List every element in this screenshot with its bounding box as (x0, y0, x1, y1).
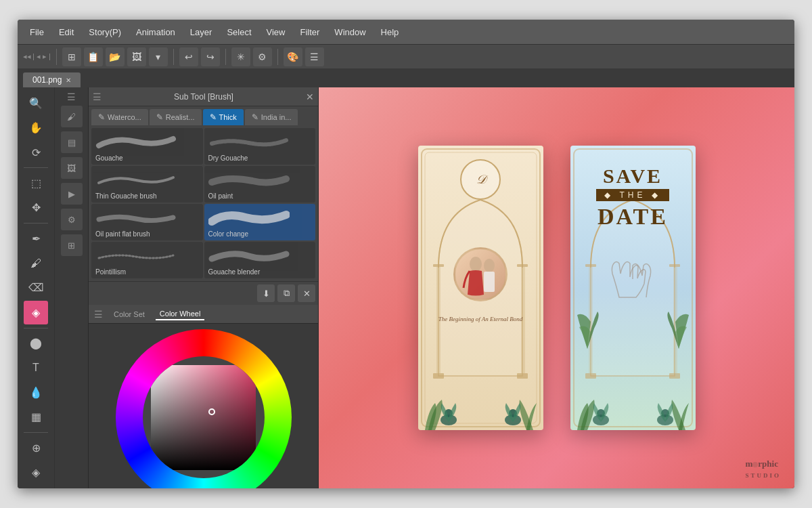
tool-move[interactable]: ✥ (24, 196, 48, 219)
brush-tab-watercolor[interactable]: ✎ Waterco... (91, 109, 148, 125)
menu-filter[interactable]: Filter (293, 24, 326, 40)
toolbar-undo-btn[interactable]: ↩ (179, 47, 198, 66)
the-label: THE (619, 190, 646, 200)
watercolor-icon: ✎ (98, 112, 105, 122)
save-text: SAVE (596, 166, 669, 186)
toolbar-canvas-btn[interactable]: ⊞ (62, 47, 81, 66)
color-tab-colorset[interactable]: Color Set (110, 309, 149, 320)
peacock-plant-svg-1 (418, 362, 543, 430)
brush-thin-gouache-label: Thin Gouache brush (95, 192, 157, 200)
tool-eraser[interactable]: ⌫ (24, 276, 48, 299)
peacock-plant-svg-2 (570, 362, 696, 430)
panel-delete-btn[interactable]: ✕ (298, 284, 315, 302)
tool-rotate[interactable]: ⟳ (24, 141, 48, 164)
brush-dry-gouache[interactable]: Dry Gouache (204, 128, 316, 165)
color-panel-menu-icon[interactable]: ☰ (94, 309, 103, 320)
tool-brush[interactable]: 🖌 (24, 251, 48, 274)
menu-view[interactable]: View (260, 24, 292, 40)
menu-file[interactable]: File (23, 24, 51, 40)
scroll-arrows-icon[interactable]: | ◂ ▸ | (32, 52, 51, 61)
wedding-card-1: 𝒟 (418, 146, 543, 430)
toolbar-sep-4 (277, 49, 278, 65)
brush-gouache[interactable]: Gouache (91, 128, 203, 165)
brand-watermark: mrphic STUDIO (745, 459, 781, 480)
save-the-date-block: SAVE ◆ THE ◆ DATE (596, 166, 669, 230)
brush-color-change[interactable]: Color change (204, 204, 316, 240)
brush-thin-gouache[interactable]: Thin Gouache brush (91, 166, 203, 203)
mini-brush-btn[interactable]: 🖌 (61, 106, 83, 127)
toolbar-settings-btn[interactable]: ✳ (231, 47, 250, 66)
diamond-right: ◆ (652, 190, 661, 200)
color-panel: ☰ Color Set Color Wheel (89, 305, 318, 488)
toolbar-row: ◂◂ | ◂ ▸ | ⊞ 📋 📂 🖼 ▾ ↩ ↪ ✳ ⚙ 🎨 ☰ (18, 44, 794, 68)
brush-tab-india[interactable]: ✎ India in... (245, 109, 298, 125)
tool-extra1[interactable]: ⊕ (24, 436, 48, 459)
tool-pen[interactable]: ✒ (24, 227, 48, 250)
menu-select[interactable]: Select (220, 24, 258, 40)
brush-tab-realistic[interactable]: ✎ Realist... (150, 109, 202, 125)
menu-animation[interactable]: Animation (129, 24, 182, 40)
menu-edit[interactable]: Edit (52, 24, 81, 40)
mini-img-btn[interactable]: 🖼 (61, 157, 83, 179)
color-wheel-container[interactable] (89, 324, 318, 488)
toolbar-dropdown-btn[interactable]: ▾ (149, 47, 168, 66)
toolbar-color-btn[interactable]: 🎨 (284, 47, 302, 66)
brush-pointillism[interactable]: Pointillism (91, 242, 203, 278)
tool-extra2[interactable]: ◈ (24, 461, 48, 484)
tool-text[interactable]: T (24, 356, 48, 379)
tool-hand[interactable]: ✋ (24, 116, 48, 139)
brush-dry-gouache-label: Dry Gouache (208, 154, 248, 162)
svg-rect-2 (433, 264, 444, 267)
menu-layer[interactable]: Layer (183, 24, 219, 40)
panel-actions: ⬇ ⧉ ✕ (89, 281, 318, 305)
toolbar-new-btn[interactable]: 📋 (84, 47, 103, 66)
card-monogram: 𝒟 (460, 159, 501, 200)
tool-active[interactable]: ◈ (24, 301, 48, 324)
svg-rect-3 (517, 264, 528, 267)
menu-window[interactable]: Window (328, 24, 372, 40)
mini-menu-icon[interactable]: ☰ (67, 91, 76, 102)
tool-fill[interactable]: ⬤ (24, 332, 48, 355)
brush-gouache-blender[interactable]: Gouache blender (204, 242, 316, 278)
toolbar-open-btn[interactable]: 📂 (106, 47, 125, 66)
panel-duplicate-btn[interactable]: ⧉ (277, 284, 295, 302)
right-plant-decor (665, 268, 692, 351)
menu-story[interactable]: Story(P) (82, 24, 128, 40)
mini-anim-btn[interactable]: ▶ (61, 183, 83, 205)
card-2-bottom-decor (570, 362, 696, 430)
toolbar-redo-btn[interactable]: ↪ (201, 47, 220, 66)
tool-sep-4 (24, 432, 48, 433)
wedding-card-2: SAVE ◆ THE ◆ DATE (570, 146, 696, 430)
sub-tool-header: ☰ Sub Tool [Brush] ✕ (89, 87, 318, 106)
tool-zoom[interactable]: 🔍 (24, 91, 48, 114)
color-wheel[interactable] (116, 329, 292, 488)
left-plant-svg (574, 268, 601, 349)
panel-download-btn[interactable]: ⬇ (257, 284, 275, 302)
brush-tabs: ✎ Waterco... ✎ Realist... ✎ Thick ✎ Indi… (89, 106, 318, 125)
mini-gear-btn[interactable]: ⚙ (61, 209, 83, 230)
tool-gradient[interactable]: ▦ (24, 406, 48, 429)
sub-tool-close-icon[interactable]: ✕ (306, 91, 314, 102)
mini-stamp-btn[interactable]: ⊞ (61, 234, 83, 256)
tool-eyedropper[interactable]: 💧 (24, 381, 48, 404)
tool-sep-3 (24, 328, 48, 329)
couple-illustration (453, 247, 508, 301)
app-frame: File Edit Story(P) Animation Layer Selec… (18, 20, 794, 488)
tab-001png[interactable]: 001.png ✕ (23, 72, 81, 87)
tool-select-rect[interactable]: ⬚ (24, 171, 48, 194)
brush-oil-flat[interactable]: Oil paint flat brush (91, 204, 203, 240)
toolbar-zoom-btn[interactable]: ⚙ (253, 47, 272, 66)
toolbar-img-btn[interactable]: 🖼 (127, 47, 146, 66)
tab-close-btn[interactable]: ✕ (66, 77, 71, 84)
menu-help[interactable]: Help (374, 24, 406, 40)
toolbar-extra-btn[interactable]: ☰ (305, 47, 324, 66)
mini-layers-btn[interactable]: ▤ (61, 131, 83, 153)
color-square[interactable] (151, 365, 256, 470)
scroll-left-icon[interactable]: ◂◂ (23, 52, 31, 61)
brush-oil-paint[interactable]: Oil paint (204, 166, 316, 203)
sub-tool-menu-icon[interactable]: ☰ (93, 91, 102, 102)
card-1-bottom-decor (418, 362, 543, 430)
date-text: DATE (596, 204, 669, 230)
brush-tab-thick[interactable]: ✎ Thick (203, 109, 244, 125)
color-tab-colorwheel[interactable]: Color Wheel (156, 308, 205, 320)
